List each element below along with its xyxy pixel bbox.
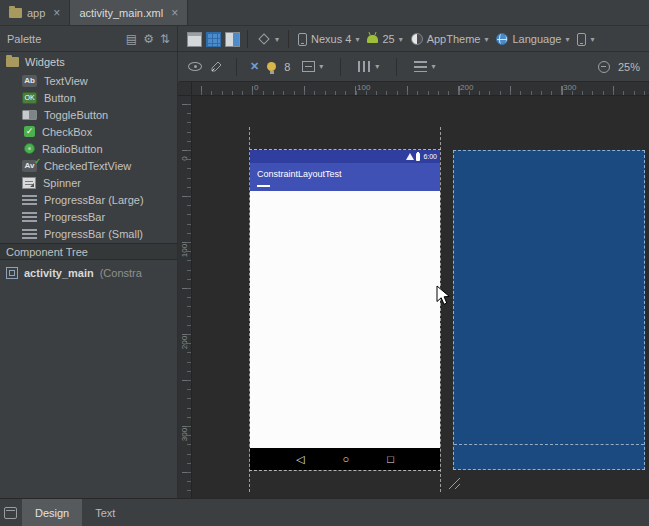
palette-panel-header: Palette ▤ ⚙ ⇅ (0, 26, 178, 52)
palette-item-checkedtextview[interactable]: Av✓ CheckedTextView (0, 157, 177, 174)
close-icon[interactable]: × (171, 8, 178, 18)
palette-item-label: ProgressBar (44, 211, 105, 223)
tab-app[interactable]: app × (0, 0, 70, 25)
palette-group-widgets[interactable]: Widgets (0, 52, 177, 72)
autoconnect-brush-icon[interactable] (210, 60, 223, 73)
palette-item-progressbar[interactable]: ProgressBar (0, 208, 177, 225)
device-label: Nexus 4 (311, 33, 351, 45)
palette-item-label: Spinner (43, 177, 81, 189)
component-tree-item-activity-main[interactable]: activity_main (Constra (0, 264, 178, 282)
appbar-tab-indicator (257, 185, 270, 187)
device-orientation-button[interactable]: ▾ (573, 28, 598, 50)
blueprint-mode-icon[interactable] (206, 32, 221, 47)
chevron-down-icon: ▾ (355, 35, 359, 44)
tab-design[interactable]: Design (22, 499, 82, 526)
separator (288, 30, 289, 48)
palette-item-radiobutton[interactable]: RadioButton (0, 140, 177, 157)
ruler-label: 200 (460, 83, 473, 92)
resize-handle[interactable] (448, 477, 461, 490)
device-nav-bar: ◁ ○ □ (250, 448, 440, 470)
tab-activity-main-xml[interactable]: activity_main.xml × (70, 0, 188, 25)
palette-item-textview[interactable]: Ab TextView (0, 72, 177, 89)
globe-icon (496, 33, 508, 45)
blueprint-navbar-line (454, 444, 644, 445)
pack-button[interactable]: ▾ (354, 56, 383, 78)
phone-icon (577, 33, 586, 46)
default-margin-value[interactable]: 8 (284, 61, 290, 73)
palette-item-label: RadioButton (42, 143, 103, 155)
pack-icon (358, 61, 371, 72)
nav-home-icon: ○ (343, 454, 350, 465)
palette-title: Palette (7, 33, 41, 45)
ruler-label: 300 (563, 83, 576, 92)
canvas-content[interactable] (250, 191, 440, 448)
constraint-toolbar: ✕ 8 ▾ ▾ ▾ 25% (179, 52, 649, 82)
tab-text[interactable]: Text (82, 499, 128, 526)
palette-item-button[interactable]: OK Button (0, 89, 177, 106)
palette-item-checkbox[interactable]: ✓ CheckBox (0, 123, 177, 140)
component-name: activity_main (24, 267, 94, 279)
ruler-label: 300 (180, 427, 189, 443)
phone-icon (298, 33, 307, 46)
blueprint-view[interactable] (453, 150, 645, 470)
checkbox-icon: ✓ (24, 126, 35, 137)
api-level-selector[interactable]: 25 ▾ (363, 28, 406, 50)
margins-icon (302, 61, 315, 72)
textview-icon: Ab (22, 75, 37, 87)
progressbar-icon (22, 195, 37, 205)
close-icon[interactable]: × (53, 8, 60, 18)
tab-app-label: app (27, 7, 45, 19)
layout-mode-icon[interactable]: ▤ (126, 32, 137, 46)
guide-line (440, 127, 441, 492)
ruler-label: 100 (357, 83, 370, 92)
chevron-down-icon: ▾ (565, 35, 569, 44)
palette-group-label: Widgets (25, 56, 65, 68)
app-bar: ConstraintLayoutTest (250, 163, 440, 191)
app-title: ConstraintLayoutTest (250, 163, 440, 179)
window-toggle-icon[interactable] (4, 507, 17, 519)
align-button[interactable]: ▾ (410, 56, 439, 78)
editor-mode-bar: Design Text (0, 498, 649, 526)
separator (236, 58, 237, 76)
design-blueprint-both-icon[interactable] (225, 32, 240, 47)
sort-icon[interactable]: ⇅ (160, 32, 170, 46)
infer-constraints-icon[interactable] (267, 62, 276, 71)
design-canvas[interactable]: 6:00 ConstraintLayoutTest ◁ ○ □ (250, 150, 440, 470)
clear-constraints-icon[interactable]: ✕ (250, 60, 259, 73)
orientation-variant-button[interactable]: ▾ (253, 28, 283, 50)
theme-selector[interactable]: AppTheme ▾ (407, 28, 493, 50)
tab-text-label: Text (95, 507, 115, 519)
device-selector[interactable]: Nexus 4 ▾ (294, 28, 363, 50)
gear-icon[interactable]: ⚙ (143, 32, 154, 46)
zoom-level: 25% (618, 61, 640, 73)
chevron-down-icon: ▾ (275, 35, 279, 44)
palette-item-label: ProgressBar (Small) (44, 228, 143, 240)
palette-panel: Widgets Ab TextView OK Button ToggleButt… (0, 52, 178, 498)
palette-item-togglebutton[interactable]: ToggleButton (0, 106, 177, 123)
api-level-label: 25 (382, 33, 394, 45)
chevron-down-icon: ▾ (399, 35, 403, 44)
zoom-out-icon[interactable] (598, 61, 610, 73)
checkedtextview-icon: Av✓ (22, 160, 37, 172)
chevron-down-icon: ▾ (590, 35, 594, 44)
palette-item-progressbar-large[interactable]: ProgressBar (Large) (0, 191, 177, 208)
palette-item-label: Button (44, 92, 76, 104)
palette-item-spinner[interactable]: Spinner (0, 174, 177, 191)
design-mode-icon[interactable] (187, 32, 202, 47)
check-icon: ✓ (34, 156, 41, 168)
constraintlayout-icon (6, 267, 18, 279)
palette-item-label: ProgressBar (Large) (44, 194, 144, 206)
default-margins-button[interactable]: ▾ (298, 56, 327, 78)
show-constraints-icon[interactable] (188, 62, 202, 71)
editor-tab-bar: app × activity_main.xml × (0, 0, 649, 26)
radiobutton-icon (24, 143, 35, 154)
ruler-label: 100 (180, 243, 189, 259)
palette-item-progressbar-small[interactable]: ProgressBar (Small) (0, 225, 177, 242)
language-selector[interactable]: Language ▾ (492, 28, 573, 50)
separator (247, 30, 248, 48)
folder-icon (6, 57, 19, 67)
ruler-label: 0 (254, 83, 258, 92)
component-type: (Constra (100, 267, 142, 279)
design-surface[interactable]: 6:00 ConstraintLayoutTest ◁ ○ □ (192, 96, 649, 498)
palette-item-label: ToggleButton (44, 109, 108, 121)
